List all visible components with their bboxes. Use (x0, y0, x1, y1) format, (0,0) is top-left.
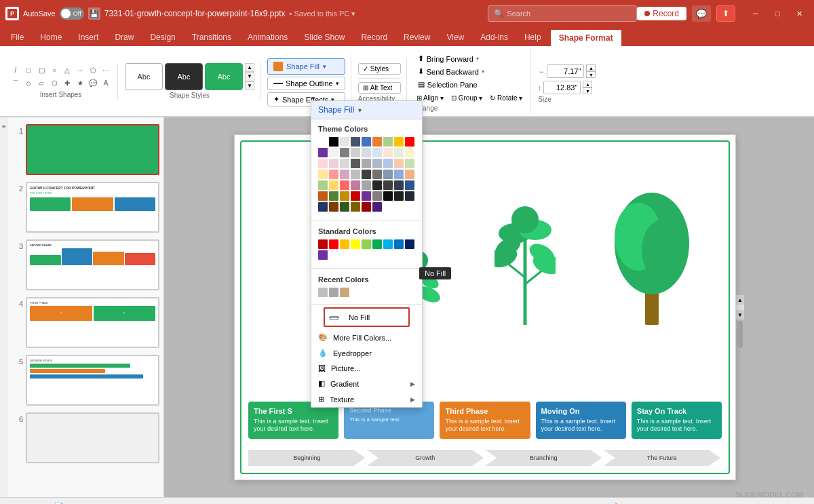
theme-color-0[interactable] (318, 137, 328, 147)
fit-to-window-btn[interactable]: ⊡ (792, 501, 806, 505)
fill-header-arrow[interactable]: ▾ (358, 106, 362, 114)
theme-color-32[interactable] (372, 170, 382, 179)
theme-color-49[interactable] (362, 191, 371, 201)
theme-color-38[interactable] (340, 180, 349, 190)
standard-color-3[interactable] (351, 239, 360, 249)
theme-color-44[interactable] (405, 180, 414, 190)
shape-right-arrow[interactable]: → (74, 64, 86, 77)
bring-forward-arrow[interactable]: ▾ (476, 56, 479, 62)
theme-color-15[interactable] (383, 148, 393, 157)
theme-color-59[interactable] (372, 202, 382, 212)
selection-pane-button[interactable]: ▤ Selection Pane (414, 79, 526, 90)
bring-forward-button[interactable]: ⬆ Bring Forward ▾ (414, 53, 526, 64)
slide-thumb-2[interactable]: 2 GROWTH CONCEPT FOR POWERPOINT THE FIRS… (11, 180, 161, 234)
shape-textbox[interactable]: A (100, 77, 112, 90)
search-bar[interactable]: 🔍 Search (488, 5, 637, 22)
gradient-button[interactable]: ◧ Gradient ▶ (311, 376, 422, 391)
filter-icon[interactable]: ≡ (2, 123, 6, 130)
standard-color-4[interactable] (362, 239, 371, 249)
theme-color-36[interactable] (318, 180, 328, 190)
notes-view-btn[interactable]: 📝 (606, 501, 619, 505)
shape-arc[interactable]: ⌒ (9, 77, 22, 90)
height-down[interactable]: ▼ (583, 88, 592, 94)
send-backward-button[interactable]: ⬇ Send Backward ▾ (414, 66, 526, 77)
theme-color-39[interactable] (351, 180, 360, 190)
style-sample-dark[interactable]: Abc (165, 63, 203, 90)
theme-color-22[interactable] (362, 159, 371, 168)
theme-color-5[interactable] (372, 137, 382, 147)
autosave-toggle[interactable]: Off (60, 7, 84, 20)
theme-color-16[interactable] (394, 148, 404, 157)
slide-sorter-btn[interactable]: ⊟ (644, 501, 657, 505)
theme-color-28[interactable] (329, 170, 338, 179)
theme-color-34[interactable] (394, 170, 404, 179)
tab-review[interactable]: Review (395, 28, 438, 46)
theme-color-14[interactable] (372, 148, 382, 157)
theme-color-48[interactable] (351, 191, 360, 201)
tab-shape-format[interactable]: Shape Format (549, 28, 623, 46)
standard-color-9[interactable] (318, 250, 328, 260)
theme-color-6[interactable] (383, 137, 393, 147)
theme-color-58[interactable] (362, 202, 371, 212)
shape-star[interactable]: ★ (74, 77, 86, 90)
no-fill-button[interactable]: ▭ No Fill (324, 307, 410, 327)
theme-color-43[interactable] (394, 180, 404, 190)
theme-color-55[interactable] (329, 202, 338, 212)
theme-color-45[interactable] (318, 191, 328, 201)
scroll-down-btn[interactable]: ▼ (736, 310, 744, 319)
theme-color-17[interactable] (405, 148, 414, 157)
maximize-button[interactable]: □ (768, 7, 787, 20)
theme-color-11[interactable] (340, 148, 349, 157)
theme-color-26[interactable] (405, 159, 414, 168)
standard-color-0[interactable] (318, 239, 328, 249)
theme-color-2[interactable] (340, 137, 349, 147)
normal-view-btn[interactable]: ⊞ (625, 501, 638, 505)
theme-color-1[interactable] (329, 137, 338, 147)
theme-color-23[interactable] (372, 159, 382, 168)
scroll-up-btn[interactable]: ▲ (736, 295, 744, 305)
standard-color-8[interactable] (405, 239, 414, 249)
style-up-arrow[interactable]: ▲ (245, 63, 254, 72)
style-down-arrow[interactable]: ▼ (245, 72, 254, 81)
slide-thumb-5[interactable]: 5 GROWTH STEPS (11, 353, 161, 407)
theme-color-53[interactable] (405, 191, 414, 201)
theme-color-13[interactable] (362, 148, 371, 157)
width-down[interactable]: ▼ (586, 71, 596, 78)
standard-color-7[interactable] (394, 239, 404, 249)
picture-button[interactable]: 🖼 Picture... (311, 361, 422, 376)
shape-fill-button[interactable]: Shape Fill ▾ (267, 58, 345, 75)
theme-color-52[interactable] (394, 191, 404, 201)
tab-record[interactable]: Record (353, 28, 395, 46)
height-up[interactable]: ▲ (583, 81, 592, 88)
theme-color-25[interactable] (394, 159, 404, 168)
shape-pentagon[interactable]: ⬠ (87, 64, 99, 77)
theme-color-33[interactable] (383, 170, 393, 179)
theme-color-50[interactable] (372, 191, 382, 201)
theme-color-3[interactable] (351, 137, 360, 147)
tab-home[interactable]: Home (32, 28, 70, 46)
slide-thumb-1[interactable]: 1 (11, 123, 161, 176)
slideshow-view-btn[interactable]: ▶ (682, 501, 695, 505)
width-up[interactable]: ▲ (586, 64, 596, 71)
styles-checkmark-btn[interactable]: ✓ Styles (358, 63, 401, 75)
shape-triangle[interactable]: △ (61, 64, 73, 77)
theme-color-37[interactable] (329, 180, 338, 190)
recent-color-1[interactable] (329, 288, 338, 297)
shape-oval[interactable]: ○ (48, 64, 60, 77)
width-input[interactable] (547, 64, 584, 78)
fill-dropdown-arrow[interactable]: ▾ (323, 63, 326, 70)
tab-design[interactable]: Design (142, 28, 183, 46)
theme-color-56[interactable] (340, 202, 349, 212)
theme-color-27[interactable] (318, 170, 328, 179)
tab-insert[interactable]: Insert (70, 28, 106, 46)
theme-color-41[interactable] (372, 180, 382, 190)
tab-slideshow[interactable]: Slide Show (296, 28, 353, 46)
scroll-thumb[interactable] (737, 321, 743, 348)
comment-icon-btn[interactable]: 💬 (692, 5, 711, 22)
theme-color-9[interactable] (318, 148, 328, 157)
share-button[interactable]: ⬆ (716, 5, 735, 22)
shape-line[interactable]: / (9, 64, 22, 77)
tab-addins[interactable]: Add-ins (472, 28, 516, 46)
theme-color-51[interactable] (383, 191, 393, 201)
theme-color-54[interactable] (318, 202, 328, 212)
